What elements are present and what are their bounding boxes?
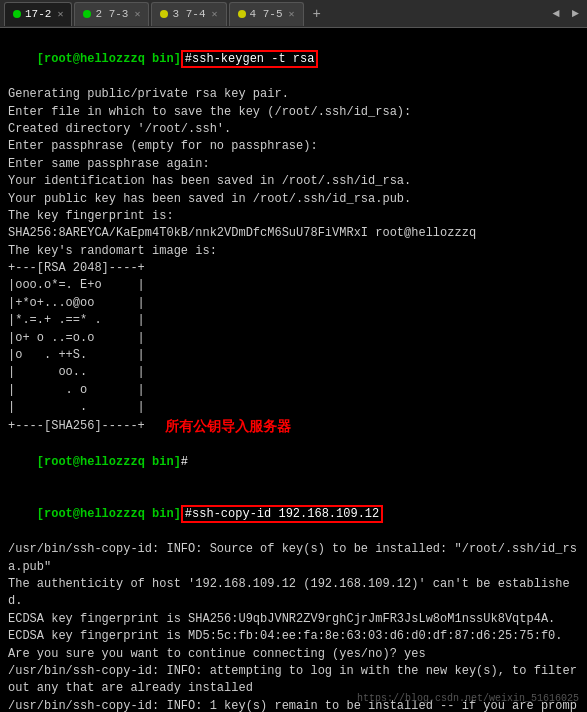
tab-close[interactable]: ✕ [134, 8, 140, 20]
terminal-line: |*.=.+ .==* . | [8, 312, 579, 329]
terminal-line: SHA256:8AREYCA/KaEpm4T0kB/nnk2VDmDfcM6Su… [8, 225, 579, 242]
terminal-line: /usr/bin/ssh-copy-id: INFO: Source of ke… [8, 541, 579, 576]
tab-close[interactable]: ✕ [212, 8, 218, 20]
tab-nav-next[interactable]: ► [568, 7, 583, 21]
terminal-line: Generating public/private rsa key pair. [8, 86, 579, 103]
terminal-line: | . o | [8, 382, 579, 399]
watermark: https://blog.csdn.net/weixin_51616025 [357, 692, 579, 707]
terminal-line: |o+ o ..=o.o | [8, 330, 579, 347]
terminal-line: [root@hellozzzq bin]#ssh-keygen -t rsa [8, 34, 579, 86]
prompt: [root@hellozzzq bin] [37, 52, 181, 66]
terminal-line: Enter same passphrase again: [8, 156, 579, 173]
cursor: # [181, 455, 188, 469]
tab-37-4[interactable]: 3 7-4 ✕ [151, 2, 226, 26]
terminal-line: |ooo.o*=. E+o | [8, 277, 579, 294]
tab-navigation: ◄ ► [549, 7, 583, 21]
terminal-line: |o . ++S. | [8, 347, 579, 364]
sha-line: +----[SHA256]-----+ [8, 418, 145, 435]
terminal-line: The key's randomart image is: [8, 243, 579, 260]
terminal-line: ECDSA key fingerprint is MD5:5c:fb:04:ee… [8, 628, 579, 645]
terminal-line: [root@hellozzzq bin]#ssh-copy-id 192.168… [8, 489, 579, 541]
terminal-line: [root@hellozzzq bin]# [8, 437, 579, 489]
terminal-line: Are you sure you want to continue connec… [8, 646, 579, 663]
tab-label: 17-2 [25, 8, 51, 20]
tab-label: 3 7-4 [172, 8, 205, 20]
terminal-line: Your public key has been saved in /root/… [8, 191, 579, 208]
tab-add-button[interactable]: + [306, 3, 328, 25]
terminal-line: | oo.. | [8, 364, 579, 381]
command-box: #ssh-keygen -t rsa [181, 50, 319, 68]
terminal-line: ECDSA key fingerprint is SHA256:U9qbJVNR… [8, 611, 579, 628]
tab-dot [83, 10, 91, 18]
prompt: [root@hellozzzq bin] [37, 455, 181, 469]
command-box-sshcopy: #ssh-copy-id 192.168.109.12 [181, 505, 383, 523]
terminal-line: Enter file in which to save the key (/ro… [8, 104, 579, 121]
tab-47-5[interactable]: 4 7-5 ✕ [229, 2, 304, 26]
terminal-line: Created directory '/root/.ssh'. [8, 121, 579, 138]
tab-dot [238, 10, 246, 18]
terminal-line: Your identification has been saved in /r… [8, 173, 579, 190]
terminal-line-annotation: +----[SHA256]-----+ 所有公钥导入服务器 [8, 417, 579, 437]
tab-17-2[interactable]: 17-2 ✕ [4, 2, 72, 26]
terminal-line: |+*o+...o@oo | [8, 295, 579, 312]
terminal-line: | . | [8, 399, 579, 416]
tab-dot [13, 10, 21, 18]
terminal-line: Enter passphrase (empty for no passphras… [8, 138, 579, 155]
terminal-area[interactable]: [root@hellozzzq bin]#ssh-keygen -t rsa G… [0, 28, 587, 712]
tab-close[interactable]: ✕ [57, 8, 63, 20]
annotation-label-keycopy: 所有公钥导入服务器 [165, 417, 291, 437]
tab-bar: 17-2 ✕ 2 7-3 ✕ 3 7-4 ✕ 4 7-5 ✕ + ◄ ► [0, 0, 587, 28]
tab-dot [160, 10, 168, 18]
prompt: [root@hellozzzq bin] [37, 507, 181, 521]
terminal-line: +---[RSA 2048]----+ [8, 260, 579, 277]
tab-close[interactable]: ✕ [289, 8, 295, 20]
tab-27-3[interactable]: 2 7-3 ✕ [74, 2, 149, 26]
tab-label: 4 7-5 [250, 8, 283, 20]
terminal-line: The authenticity of host '192.168.109.12… [8, 576, 579, 611]
terminal-line: The key fingerprint is: [8, 208, 579, 225]
tab-nav-prev[interactable]: ◄ [549, 7, 564, 21]
tab-label: 2 7-3 [95, 8, 128, 20]
